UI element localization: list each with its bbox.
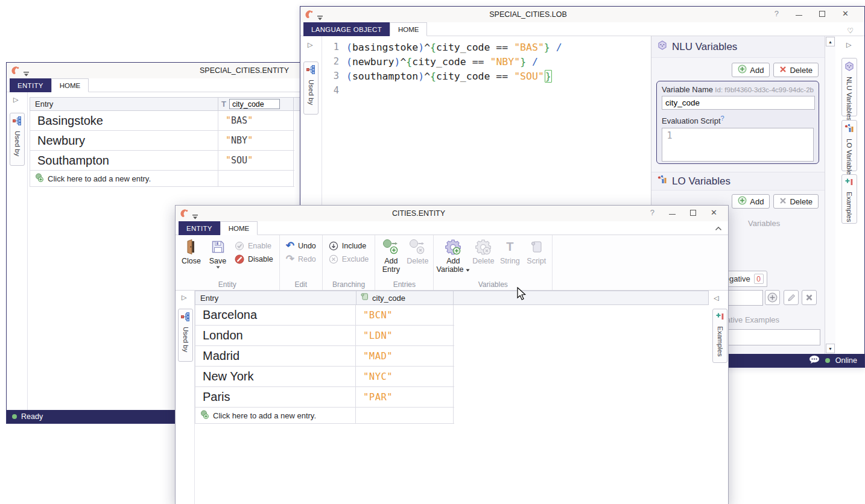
tab-entity[interactable]: ENTITY bbox=[10, 78, 51, 92]
entry-cell[interactable]: Newbury bbox=[30, 131, 218, 150]
delete-variable-button[interactable]: Delete bbox=[471, 236, 495, 265]
add-entry-cell[interactable]: Click here to add a new entry. bbox=[30, 171, 218, 186]
entry-cell[interactable]: Barcelona bbox=[195, 305, 356, 325]
examples-side-tab[interactable]: Examples bbox=[712, 309, 727, 363]
close-window-button[interactable]: ✕ bbox=[711, 208, 717, 217]
code-cell[interactable]: "BCN" bbox=[356, 305, 454, 325]
code-line[interactable]: 4 bbox=[322, 83, 650, 98]
used-by-side-tab[interactable]: Used by bbox=[303, 61, 318, 115]
save-button[interactable]: Save bbox=[206, 236, 230, 269]
code-cell[interactable]: "NBY" bbox=[218, 131, 294, 150]
code-cell[interactable]: "MAD" bbox=[356, 346, 454, 366]
table-row[interactable]: London"LDN" bbox=[195, 326, 454, 346]
table-row[interactable]: Barcelona"BCN" bbox=[195, 305, 454, 326]
close-button[interactable]: Close bbox=[179, 236, 203, 265]
minimize-button[interactable] bbox=[796, 15, 802, 16]
lo-delete-button[interactable]: Delete bbox=[773, 194, 819, 209]
add-entry-row[interactable]: Click here to add a new entry. bbox=[30, 171, 294, 187]
add-entry-cell[interactable]: Click here to add a new entry. bbox=[195, 408, 356, 423]
string-type-icon: T bbox=[506, 237, 513, 257]
expand-panel-chevron-icon[interactable]: ▷ bbox=[182, 294, 186, 301]
tab-language-object[interactable]: LANGUAGE OBJECT bbox=[303, 22, 390, 36]
collapse-ribbon-icon[interactable]: ♡ bbox=[847, 27, 854, 35]
maximize-button[interactable] bbox=[690, 210, 696, 216]
script-type-button[interactable]: Script bbox=[524, 236, 548, 265]
add-entry-button[interactable]: Add Entry bbox=[379, 236, 403, 274]
variable-name-input[interactable] bbox=[662, 96, 815, 110]
entry-cell[interactable]: London bbox=[195, 326, 356, 345]
collapse-panel-chevron-icon[interactable]: ◁ bbox=[714, 294, 718, 302]
expand-panel-chevron-icon[interactable]: ▷ bbox=[13, 96, 18, 104]
table-row[interactable]: Southampton"SOU" bbox=[30, 151, 294, 171]
code-line[interactable]: 2(newbury)^{city_code == "NBY"} / bbox=[322, 54, 650, 69]
delete-entry-button[interactable]: Delete bbox=[405, 236, 429, 265]
nlu-add-button[interactable]: Add bbox=[732, 63, 770, 77]
table-row[interactable]: Basingstoke"BAS" bbox=[30, 111, 294, 131]
code-cell[interactable]: "SOU" bbox=[218, 151, 294, 170]
used-by-side-tab[interactable]: Used by bbox=[178, 309, 193, 362]
variable-column-header[interactable]: city_code bbox=[356, 291, 454, 304]
panel-scrollbar[interactable]: ▲ ▼ bbox=[825, 36, 835, 354]
example-add-button[interactable] bbox=[765, 290, 780, 305]
entry-cell[interactable]: New York bbox=[195, 367, 356, 386]
enable-button[interactable]: Enable bbox=[232, 240, 276, 251]
example-delete-button[interactable] bbox=[802, 290, 817, 305]
table-row[interactable]: Madrid"MAD" bbox=[195, 346, 454, 367]
delete-variable-gear-icon bbox=[474, 237, 492, 257]
maximize-button[interactable] bbox=[819, 11, 825, 17]
minimize-button[interactable] bbox=[669, 214, 676, 215]
scroll-up-icon[interactable]: ▲ bbox=[826, 37, 835, 46]
titlebar[interactable]: SPECIAL_CITIES.LOB ? ✕ bbox=[300, 7, 864, 22]
lo-add-button[interactable]: Add bbox=[732, 194, 770, 209]
entry-cell[interactable]: Madrid bbox=[195, 346, 356, 366]
add-variable-button[interactable]: Add Variable bbox=[437, 236, 469, 274]
nlu-delete-button[interactable]: Delete bbox=[773, 63, 819, 77]
chat-bubble-icon[interactable] bbox=[809, 355, 820, 366]
redo-button[interactable]: ↷ Redo bbox=[284, 253, 318, 265]
tab-entity[interactable]: ENTITY bbox=[179, 221, 220, 235]
code-line[interactable]: 3(southampton)^{city_code == "SOU"} bbox=[322, 69, 650, 83]
tab-home[interactable]: HOME bbox=[51, 78, 89, 92]
side-tab-examples[interactable]: Examples bbox=[841, 174, 857, 224]
table-row[interactable]: Paris"PAR" bbox=[195, 387, 454, 408]
titlebar[interactable]: CITIES.ENTITY ? ✕ bbox=[176, 206, 728, 221]
help-button[interactable]: ? bbox=[650, 208, 654, 217]
table-row[interactable]: New York"NYC" bbox=[195, 367, 454, 387]
entry-column-header[interactable]: Entry bbox=[30, 98, 218, 110]
tab-home[interactable]: HOME bbox=[220, 221, 258, 235]
example-edit-button[interactable] bbox=[784, 290, 799, 305]
entry-cell[interactable]: Southampton bbox=[30, 151, 218, 170]
string-type-button[interactable]: T String bbox=[498, 236, 522, 265]
variable-column-header[interactable]: T bbox=[218, 98, 294, 110]
code-line[interactable]: 1(basingstoke)^{city_code == "BAS"} / bbox=[322, 40, 650, 54]
help-button[interactable]: ? bbox=[775, 9, 779, 18]
code-cell[interactable]: "BAS" bbox=[218, 111, 294, 130]
side-tab-lo-variables[interactable]: LO Variables bbox=[841, 120, 857, 171]
ribbon-tabs: LANGUAGE OBJECT HOME bbox=[300, 22, 864, 36]
variable-name-header-input[interactable] bbox=[229, 99, 280, 109]
evaluation-script-editor[interactable]: 1 bbox=[662, 128, 814, 162]
code-cell[interactable]: "PAR" bbox=[356, 387, 454, 407]
include-button[interactable]: Include bbox=[326, 240, 371, 251]
evaluation-script-help-icon[interactable]: ? bbox=[721, 115, 724, 122]
side-tab-nlu-variables[interactable]: NLU Variables bbox=[841, 58, 857, 116]
entry-cell[interactable]: Basingstoke bbox=[30, 111, 218, 130]
expand-panel-chevron-icon[interactable]: ▷ bbox=[846, 41, 851, 49]
collapse-ribbon-icon[interactable] bbox=[715, 224, 722, 233]
undo-button[interactable]: ↶ Undo bbox=[284, 240, 318, 251]
used-by-side-tab[interactable]: Used by bbox=[10, 113, 25, 166]
lo-variables-empty-text: Variables bbox=[748, 219, 780, 228]
entry-cell[interactable]: Paris bbox=[195, 387, 356, 407]
code-cell[interactable]: "NYC" bbox=[356, 367, 454, 386]
entry-column-header[interactable]: Entry bbox=[195, 291, 356, 304]
tab-home[interactable]: HOME bbox=[390, 22, 428, 36]
scroll-down-icon[interactable]: ▼ bbox=[826, 344, 835, 353]
code-cell[interactable]: "LDN" bbox=[356, 326, 454, 345]
disable-button[interactable]: Disable bbox=[232, 253, 276, 265]
exclude-button[interactable]: Exclude bbox=[326, 253, 371, 265]
close-window-button[interactable]: ✕ bbox=[842, 9, 849, 18]
expand-panel-chevron-icon[interactable]: ▷ bbox=[308, 41, 312, 49]
ribbon-group-entity: Close Save Enable Dis bbox=[176, 235, 280, 290]
add-entry-row[interactable]: Click here to add a new entry. bbox=[195, 408, 454, 424]
table-row[interactable]: Newbury"NBY" bbox=[30, 131, 294, 151]
